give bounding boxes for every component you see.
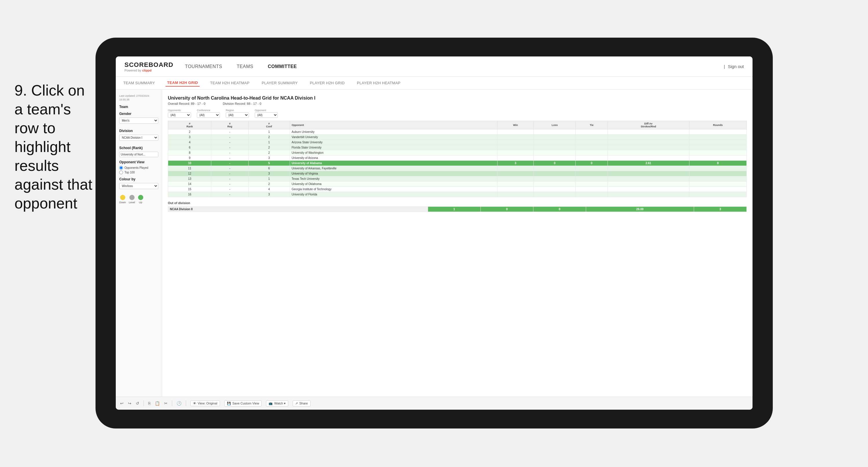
paste-icon[interactable]: 📋	[155, 401, 160, 406]
sub-nav-player-h2h-grid[interactable]: PLAYER H2H GRID	[308, 80, 346, 86]
toolbar-divider-3	[186, 401, 186, 406]
cell-5	[534, 135, 576, 140]
cell-2: 4	[248, 187, 290, 192]
cell-2: 6	[248, 166, 290, 171]
table-row[interactable]: 12-3University of Virginia	[168, 171, 747, 176]
grid-area: University of North Carolina Head-to-Hea…	[162, 90, 752, 397]
sub-nav-team-h2h-grid[interactable]: TEAM H2H GRID	[165, 79, 200, 87]
cell-2: 2	[248, 181, 290, 187]
table-header-row: #Rank #Reg #Conf Opponent Win Loss Tie D…	[168, 121, 747, 129]
table-row[interactable]: 16-3University of Florida	[168, 192, 747, 197]
toolbar-divider-1	[144, 401, 144, 406]
out-div-cell-4: 26.00	[586, 207, 694, 212]
sub-nav: TEAM SUMMARY TEAM H2H GRID TEAM H2H HEAT…	[116, 77, 752, 90]
top-nav-links: TOURNAMENTS TEAMS COMMITTEE	[185, 64, 724, 69]
cell-0: 14	[168, 181, 211, 187]
table-row[interactable]: 2-1Auburn University	[168, 129, 747, 135]
table-row[interactable]: 10-5University of Alabama3002.618	[168, 161, 747, 166]
col-rank: #Rank	[168, 121, 211, 129]
cell-1: -	[211, 176, 248, 181]
copy-icon[interactable]: ⎘	[148, 401, 151, 406]
sign-out-link[interactable]: Sign out	[728, 64, 744, 69]
cell-1: -	[211, 129, 248, 135]
colour-by-select[interactable]: Win/loss	[119, 183, 158, 189]
table-row[interactable]: 15-4Georgia Institute of Technology	[168, 187, 747, 192]
col-win: Win	[497, 121, 534, 129]
cell-1: -	[211, 155, 248, 161]
cell-7	[608, 155, 689, 161]
school-label: School (Rank)	[119, 146, 158, 150]
cell-4	[497, 171, 534, 176]
opponent-view-radios: Opponents Played Top 100	[119, 166, 158, 174]
share-button[interactable]: ↗ Share	[292, 401, 310, 407]
cell-3: University of Virginia	[290, 171, 497, 176]
cell-7	[608, 145, 689, 150]
opponents-filter-select[interactable]: (All)	[168, 112, 191, 118]
redo-icon[interactable]: ↪	[128, 401, 131, 406]
logo-scoreboard: SCOREBOARD	[124, 61, 174, 68]
last-updated: Last Updated: 27/03/2024 16:55:38	[119, 94, 158, 101]
cell-3: Florida State University	[290, 145, 497, 150]
sub-nav-team-h2h-heatmap[interactable]: TEAM H2H HEATMAP	[208, 80, 251, 86]
nav-teams[interactable]: TEAMS	[237, 64, 253, 69]
division-record: Division Record: 88 - 17 - 0	[223, 102, 261, 106]
table-row[interactable]: 6-2Florida State University	[168, 145, 747, 150]
main-content: Last Updated: 27/03/2024 16:55:38 Team G…	[116, 90, 752, 397]
sub-nav-player-summary[interactable]: PLAYER SUMMARY	[260, 80, 299, 86]
cell-0: 15	[168, 187, 211, 192]
legend-up: Up	[138, 195, 143, 204]
table-row[interactable]: 8-2University of Washington	[168, 150, 747, 155]
table-row[interactable]: 14-2University of Oklahoma	[168, 181, 747, 187]
sub-nav-team-summary[interactable]: TEAM SUMMARY	[122, 80, 157, 86]
watch-icon: 📺	[269, 402, 273, 405]
table-row[interactable]: 4-1Arizona State University	[168, 140, 747, 145]
legend-level: Level	[129, 195, 135, 204]
table-row[interactable]: 9-3University of Arizona	[168, 155, 747, 161]
view-original-button[interactable]: 👁 View: Original	[190, 401, 220, 406]
table-row[interactable]: 3-2Vanderbilt University	[168, 135, 747, 140]
cell-5	[534, 155, 576, 161]
filter-region: Region (All)	[226, 109, 249, 118]
step-description: Click on a team's row to highlight resul…	[14, 82, 92, 212]
cell-1: -	[211, 187, 248, 192]
cell-3: University of Washington	[290, 150, 497, 155]
cell-4	[497, 187, 534, 192]
overall-record: Overall Record: 89 - 17 - 0	[168, 102, 206, 106]
region-filter-select[interactable]: (All)	[226, 112, 249, 118]
cell-5	[534, 140, 576, 145]
tablet-screen: SCOREBOARD Powered by clippd TOURNAMENTS…	[116, 56, 752, 410]
cell-5	[534, 150, 576, 155]
watch-button[interactable]: 📺 Watch ▾	[266, 401, 288, 407]
radio-top100[interactable]	[119, 171, 123, 174]
cut-icon[interactable]: ✂	[164, 401, 167, 406]
sub-nav-player-h2h-heatmap[interactable]: PLAYER H2H HEATMAP	[355, 80, 402, 86]
conference-filter-select[interactable]: (All)	[197, 112, 220, 118]
cell-8	[689, 192, 747, 197]
school-value[interactable]: University of Nort...	[119, 152, 158, 157]
colour-by-label: Colour by	[119, 177, 158, 181]
nav-committee[interactable]: COMMITTEE	[268, 64, 297, 69]
toolbar-divider-2	[172, 401, 172, 406]
cell-5	[534, 145, 576, 150]
cell-0: 16	[168, 192, 211, 197]
undo-icon[interactable]: ↩	[120, 401, 124, 406]
cell-7	[608, 166, 689, 171]
out-div-cell-1: 1	[428, 207, 480, 212]
division-select[interactable]: NCAA Division I	[119, 135, 158, 141]
cell-8	[689, 187, 747, 192]
save-custom-view-button[interactable]: 💾 Save Custom View	[224, 401, 262, 407]
share-icon: ↗	[295, 402, 298, 405]
opponent-filter-select[interactable]: (All)	[255, 112, 278, 118]
table-row[interactable]: 11-6University of Arkansas, Fayetteville	[168, 166, 747, 171]
out-of-division-label: Out of division	[168, 201, 747, 205]
clock-icon[interactable]: 🕐	[177, 401, 182, 406]
nav-tournaments[interactable]: TOURNAMENTS	[185, 64, 222, 69]
radio-opponents-played[interactable]	[119, 166, 123, 170]
gender-select[interactable]: Men's	[119, 118, 158, 124]
reset-icon[interactable]: ↺	[136, 401, 139, 406]
cell-6	[576, 192, 608, 197]
table-row[interactable]: 13-1Texas Tech University	[168, 176, 747, 181]
cell-7	[608, 181, 689, 187]
out-div-row[interactable]: NCAA Division II10026.003	[168, 207, 747, 212]
cell-0: 12	[168, 171, 211, 176]
